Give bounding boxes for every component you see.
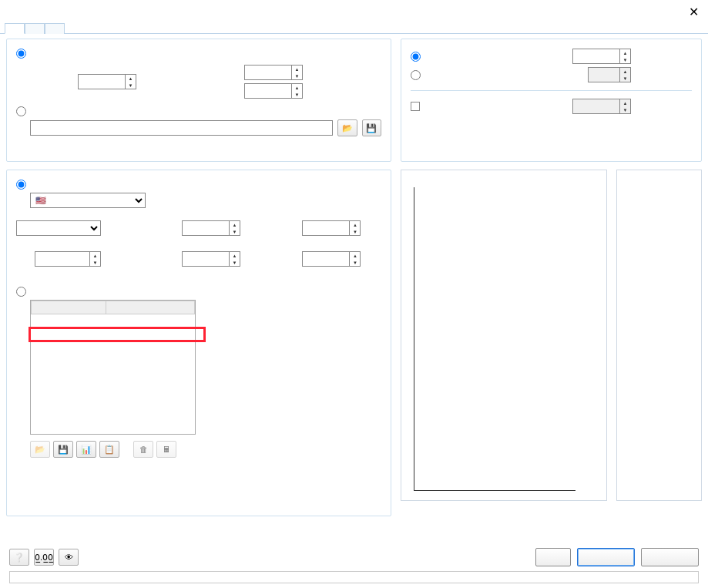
input-kd[interactable]: ▲▼ bbox=[302, 220, 361, 236]
view-icon[interactable]: 👁 bbox=[59, 549, 79, 566]
excel-icon[interactable]: 📊 bbox=[76, 441, 96, 458]
status-bar bbox=[9, 571, 699, 583]
save-icon[interactable]: 💾 bbox=[53, 441, 73, 458]
velocity-table[interactable] bbox=[30, 300, 196, 435]
tab-load-cases[interactable] bbox=[25, 23, 45, 34]
radio-absolute[interactable] bbox=[411, 52, 421, 62]
radio-user-defined[interactable] bbox=[16, 287, 26, 297]
velocity-profile-chart bbox=[401, 170, 607, 501]
calc-background-button[interactable] bbox=[535, 548, 571, 566]
input-end[interactable]: ▲▼ bbox=[244, 83, 303, 99]
input-kzt[interactable]: ▲▼ bbox=[182, 220, 240, 236]
copy-icon[interactable]: 📋 bbox=[99, 441, 119, 458]
cancel-button[interactable] bbox=[641, 548, 699, 566]
open-icon[interactable]: 📂 bbox=[30, 441, 50, 458]
group-wind-velocity: 🇺🇸 bbox=[6, 170, 391, 516]
save-icon[interactable]: 💾 bbox=[362, 119, 381, 136]
input-step[interactable]: ▲▼ bbox=[78, 74, 136, 89]
radio-uniform[interactable] bbox=[16, 49, 26, 59]
checkbox-terrain[interactable] bbox=[411, 102, 420, 111]
radio-percentage[interactable] bbox=[411, 70, 421, 80]
input-terrain: ▲▼ bbox=[572, 99, 631, 114]
group-model-properties: ▲▼ ▲▼ bbox=[401, 39, 702, 162]
input-ke[interactable]: ▲▼ bbox=[182, 251, 240, 267]
input-absolute[interactable]: ▲▼ bbox=[572, 49, 631, 64]
close-icon[interactable]: ✕ bbox=[686, 5, 702, 19]
tab-wind-load[interactable] bbox=[5, 23, 25, 34]
radio-manual[interactable] bbox=[16, 106, 26, 116]
select-standard[interactable]: 🇺🇸 bbox=[30, 193, 146, 208]
help-icon[interactable]: ❔ bbox=[9, 549, 29, 566]
input-percentage: ▲▼ bbox=[588, 67, 631, 82]
radio-according[interactable] bbox=[16, 180, 26, 190]
tab-settings[interactable] bbox=[45, 23, 65, 34]
input-g[interactable]: ▲▼ bbox=[302, 251, 361, 267]
group-wind-directions: ▲▼ ▲▼ ▲▼ bbox=[6, 39, 391, 162]
calc-icon[interactable]: 🖩 bbox=[156, 441, 176, 458]
delete-icon[interactable]: 🗑 bbox=[133, 441, 153, 458]
input-start[interactable]: ▲▼ bbox=[244, 65, 303, 80]
blank-panel bbox=[616, 170, 702, 501]
select-exposure[interactable] bbox=[16, 220, 101, 236]
input-manual-directions[interactable] bbox=[30, 120, 333, 136]
folder-icon[interactable]: 📂 bbox=[337, 119, 357, 136]
input-v[interactable]: ▲▼ bbox=[35, 251, 101, 267]
ok-button[interactable] bbox=[577, 548, 635, 566]
units-icon[interactable]: 0̲.0̲0̲ bbox=[34, 549, 54, 566]
